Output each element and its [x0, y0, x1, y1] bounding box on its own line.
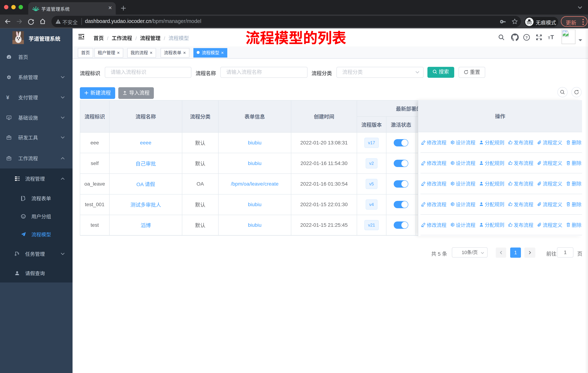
svg-text:?: ?: [525, 35, 528, 40]
